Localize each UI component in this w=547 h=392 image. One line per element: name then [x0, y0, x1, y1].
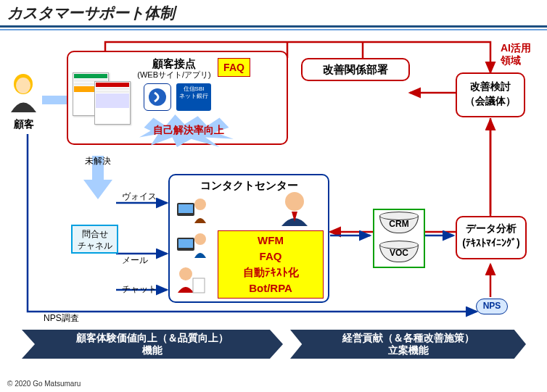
operator-icon-3 — [176, 265, 207, 297]
auto-label: 自動ﾃｷｽﾄ化 — [218, 265, 324, 280]
svg-point-11 — [285, 192, 304, 211]
banner-right: 経営貢献（＆各種改善施策） 立案機能 — [290, 330, 526, 359]
mail-label: メール — [122, 255, 148, 267]
selfsolve-label: 自己解決率向上 — [145, 123, 232, 136]
improvement-label: 改善関係部署 — [301, 62, 410, 77]
bot-label: Bot/RPA — [218, 281, 324, 296]
review-label: 改善検討 （会議体） — [456, 80, 525, 108]
chat-label: チャット — [122, 284, 157, 296]
analysis-label: データ分析 (ﾃｷｽﾄﾏｲﾆﾝｸﾞ) — [456, 222, 527, 250]
customer-label: 顧客 — [7, 117, 40, 130]
voice-label: ヴォイス — [122, 191, 157, 203]
app-screenshot-2 — [94, 81, 131, 125]
inquiry-label: 問合せ チャネル — [71, 229, 118, 251]
svg-point-1 — [16, 78, 30, 93]
crm-label: CRM — [379, 219, 419, 230]
divider-1 — [0, 25, 547, 28]
faq-badge: FAQ — [218, 58, 250, 77]
svg-point-9 — [179, 267, 192, 280]
nps-survey-label: NPS調査 — [44, 313, 79, 325]
ai-label: AI活用 領域 — [501, 42, 531, 67]
page-title: カスタマーサポート体制 — [7, 3, 175, 23]
touchpoint-subtitle: (WEBサイト/アプリ) — [131, 70, 218, 80]
operator-icon-2 — [176, 230, 207, 262]
app-logo-icon — [144, 83, 171, 111]
faq2-label: FAQ — [218, 249, 324, 264]
manager-icon — [276, 190, 313, 230]
touchpoint-title: 顧客接点 — [131, 57, 218, 71]
svg-point-8 — [194, 233, 206, 245]
copyright: © 2020 Go Matsumaru — [7, 380, 81, 388]
nps-label: NPS — [476, 301, 508, 312]
voc-label: VOC — [379, 248, 419, 259]
divider-2 — [0, 29, 547, 30]
svg-rect-10 — [193, 278, 205, 293]
customer-icon — [7, 72, 40, 119]
svg-point-5 — [194, 199, 206, 210]
wfm-label: WFM — [218, 233, 324, 248]
banner-left: 顧客体験価値向上（＆品質向上） 機能 — [22, 330, 283, 359]
svg-rect-4 — [178, 204, 193, 213]
unresolved-label: 未解決 — [76, 156, 120, 167]
bank-logo-icon: 住信SBI ネット銀行 — [176, 83, 211, 111]
operator-icon-1 — [176, 196, 207, 228]
svg-rect-7 — [178, 239, 193, 248]
